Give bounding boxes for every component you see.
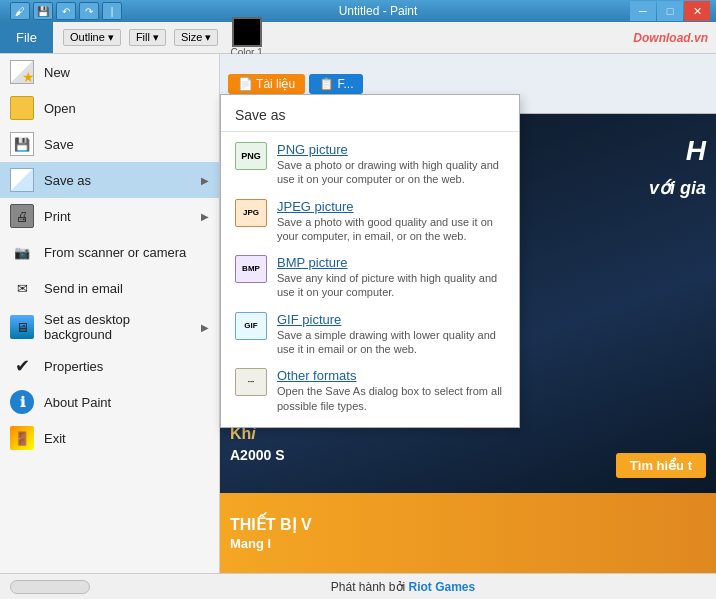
download-logo: Download.vn (633, 31, 708, 45)
menu-item-properties[interactable]: ✔ Properties (0, 348, 219, 384)
open-icon (10, 96, 34, 120)
print-icon: 🖨 (10, 204, 34, 228)
ad-cta-button[interactable]: Tìm hiểu t (616, 453, 706, 478)
scanner-icon: 📷 (10, 240, 34, 264)
saveas-jpeg-text: JPEG picture Save a photo with good qual… (277, 199, 505, 244)
jpeg-format-name: JPEG picture (277, 199, 505, 214)
saveas-item-other[interactable]: ··· Other formats Open the Save As dialo… (221, 362, 519, 419)
ad-bottom-banner: THIẾT BỊ V Mang l (220, 493, 716, 573)
save-quick-btn[interactable]: 💾 (33, 2, 53, 20)
color-swatch[interactable] (232, 17, 262, 47)
redo-btn[interactable]: ↷ (79, 2, 99, 20)
save-icon: 💾 (10, 132, 34, 156)
menu-item-email[interactable]: ✉ Send in email (0, 270, 219, 306)
saveas-other-text: Other formats Open the Save As dialog bo… (277, 368, 505, 413)
menu-item-scanner[interactable]: 📷 From scanner or camera (0, 234, 219, 270)
bmp-desc: Save any kind of picture with high quali… (277, 271, 505, 300)
saveas-bmp-text: BMP picture Save any kind of picture wit… (277, 255, 505, 300)
desktop-icon: 🖥 (10, 315, 34, 339)
window-title: Untitled - Paint (130, 4, 626, 18)
minimize-button[interactable]: ─ (630, 1, 656, 21)
saveas-submenu: Save as PNG PNG picture Save a photo or … (220, 94, 520, 428)
size-btn[interactable]: Size ▾ (174, 29, 218, 46)
saveas-item-bmp[interactable]: BMP BMP picture Save any kind of picture… (221, 249, 519, 306)
png-icon: PNG (235, 142, 267, 170)
tab-documents[interactable]: 📄 Tài liệu (228, 74, 305, 94)
right-tabs: 📄 Tài liệu 📋 F... (228, 74, 363, 94)
desktop-arrow: ▶ (201, 322, 209, 333)
about-icon: ℹ (10, 390, 34, 414)
saveas-item-jpeg[interactable]: JPG JPEG picture Save a photo with good … (221, 193, 519, 250)
properties-icon: ✔ (10, 354, 34, 378)
menu-item-saveas[interactable]: Save as ▶ (0, 162, 219, 198)
other-format-name: Other formats (277, 368, 505, 383)
saveas-submenu-title: Save as (221, 103, 519, 132)
menu-label-print: Print (44, 209, 191, 224)
outline-label: Outline ▾ (70, 31, 114, 44)
gif-icon: GIF (235, 312, 267, 340)
bottom-link[interactable]: Riot Games (409, 580, 476, 594)
vn-sub-text: Mang l (230, 536, 271, 551)
menu-item-print[interactable]: 🖨 Print ▶ (0, 198, 219, 234)
bottom-bar: Phát hành bởi Riot Games (0, 573, 716, 599)
bmp-format-name: BMP picture (277, 255, 505, 270)
bmp-icon: BMP (235, 255, 267, 283)
main-area: New Open 💾 Save Save as ▶ 🖨 Print ▶ 📷 Fr… (0, 54, 716, 573)
fill-btn[interactable]: Fill ▾ (129, 29, 166, 46)
jpeg-desc: Save a photo with good quality and use i… (277, 215, 505, 244)
horizontal-scrollbar[interactable] (10, 580, 90, 594)
quick-access-toolbar: 🖌 💾 ↶ ↷ | (6, 2, 126, 20)
other-desc: Open the Save As dialog box to select fr… (277, 384, 505, 413)
tab-other[interactable]: 📋 F... (309, 74, 363, 94)
email-icon: ✉ (10, 276, 34, 300)
saveas-png-text: PNG picture Save a photo or drawing with… (277, 142, 505, 187)
other-icon: ··· (235, 368, 267, 396)
exit-icon: 🚪 (10, 426, 34, 450)
new-icon (10, 60, 34, 84)
saveas-item-png[interactable]: PNG PNG picture Save a photo or drawing … (221, 136, 519, 193)
ad-product-label: A2000 S (230, 447, 284, 463)
size-label: Size ▾ (181, 31, 211, 44)
maximize-button[interactable]: □ (657, 1, 683, 21)
menu-item-about[interactable]: ℹ About Paint (0, 384, 219, 420)
saveas-gif-text: GIF picture Save a simple drawing with l… (277, 312, 505, 357)
gif-format-name: GIF picture (277, 312, 505, 327)
window-controls: ─ □ ✕ (630, 1, 710, 21)
menu-item-open[interactable]: Open (0, 90, 219, 126)
menu-label-desktop: Set as desktop background (44, 312, 191, 342)
menu-label-save: Save (44, 137, 209, 152)
gif-desc: Save a simple drawing with lower quality… (277, 328, 505, 357)
paint-icon-btn[interactable]: 🖌 (10, 2, 30, 20)
bottom-status: Phát hành bởi Riot Games (100, 580, 706, 594)
print-arrow: ▶ (201, 211, 209, 222)
vn-bottom-text: THIẾT BỊ V Mang l (230, 515, 312, 552)
menu-label-about: About Paint (44, 395, 209, 410)
menu-label-exit: Exit (44, 431, 209, 446)
ribbon-right: Download.vn (625, 22, 716, 53)
left-menu: New Open 💾 Save Save as ▶ 🖨 Print ▶ 📷 Fr… (0, 54, 220, 573)
close-button[interactable]: ✕ (684, 1, 710, 21)
undo-btn[interactable]: ↶ (56, 2, 76, 20)
fill-label: Fill ▾ (136, 31, 159, 44)
saveas-item-gif[interactable]: GIF GIF picture Save a simple drawing wi… (221, 306, 519, 363)
menu-label-saveas: Save as (44, 173, 191, 188)
title-bar: 🖌 💾 ↶ ↷ | Untitled - Paint ─ □ ✕ (0, 0, 716, 22)
menu-item-exit[interactable]: 🚪 Exit (0, 420, 219, 456)
menu-label-new: New (44, 65, 209, 80)
png-desc: Save a photo or drawing with high qualit… (277, 158, 505, 187)
saveas-arrow: ▶ (201, 175, 209, 186)
bottom-text-prefix: Phát hành bởi (331, 580, 409, 594)
jpeg-icon: JPG (235, 199, 267, 227)
menu-item-desktop[interactable]: 🖥 Set as desktop background ▶ (0, 306, 219, 348)
menu-label-properties: Properties (44, 359, 209, 374)
outline-btn[interactable]: Outline ▾ (63, 29, 121, 46)
menu-label-scanner: From scanner or camera (44, 245, 209, 260)
png-format-name: PNG picture (277, 142, 505, 157)
menu-label-email: Send in email (44, 281, 209, 296)
menu-item-save[interactable]: 💾 Save (0, 126, 219, 162)
file-tab[interactable]: File (0, 22, 53, 53)
menu-label-open: Open (44, 101, 209, 116)
ribbon: File Outline ▾ Fill ▾ Size ▾ Color 1 Dow… (0, 22, 716, 54)
menu-item-new[interactable]: New (0, 54, 219, 90)
qa-separator: | (102, 2, 122, 20)
